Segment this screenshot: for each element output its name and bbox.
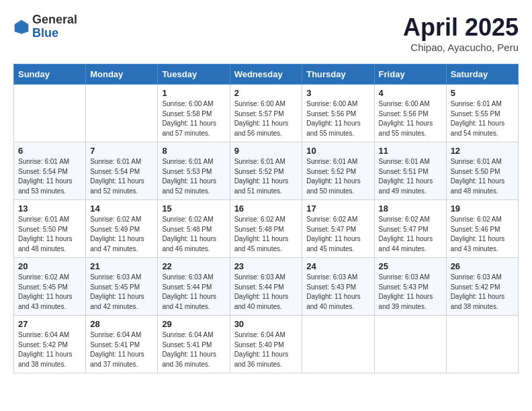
day-number: 22 xyxy=(162,261,225,271)
day-info: Sunrise: 6:00 AM Sunset: 5:56 PM Dayligh… xyxy=(306,99,369,138)
calendar-cell: 1Sunrise: 6:00 AM Sunset: 5:58 PM Daylig… xyxy=(158,85,230,142)
day-info: Sunrise: 6:00 AM Sunset: 5:58 PM Dayligh… xyxy=(162,99,225,138)
day-info: Sunrise: 6:01 AM Sunset: 5:54 PM Dayligh… xyxy=(18,157,81,196)
day-number: 23 xyxy=(234,261,298,271)
weekday-header-saturday: Saturday xyxy=(446,64,518,85)
weekday-header-sunday: Sunday xyxy=(14,64,86,85)
day-number: 17 xyxy=(306,203,369,214)
calendar-cell: 19Sunrise: 6:02 AM Sunset: 5:46 PM Dayli… xyxy=(446,200,518,258)
calendar-cell: 16Sunrise: 6:02 AM Sunset: 5:48 PM Dayli… xyxy=(230,200,302,258)
day-number: 28 xyxy=(90,319,153,329)
calendar-week-row: 20Sunrise: 6:02 AM Sunset: 5:45 PM Dayli… xyxy=(14,258,519,316)
day-number: 12 xyxy=(451,146,514,156)
day-info: Sunrise: 6:01 AM Sunset: 5:53 PM Dayligh… xyxy=(162,157,225,196)
calendar-cell: 22Sunrise: 6:03 AM Sunset: 5:44 PM Dayli… xyxy=(158,258,230,316)
day-info: Sunrise: 6:03 AM Sunset: 5:44 PM Dayligh… xyxy=(234,273,298,312)
day-info: Sunrise: 6:01 AM Sunset: 5:51 PM Dayligh… xyxy=(379,157,442,196)
calendar-cell: 4Sunrise: 6:00 AM Sunset: 5:56 PM Daylig… xyxy=(374,85,446,142)
day-info: Sunrise: 6:01 AM Sunset: 5:54 PM Dayligh… xyxy=(90,157,153,196)
calendar-cell xyxy=(302,316,374,373)
calendar-cell: 7Sunrise: 6:01 AM Sunset: 5:54 PM Daylig… xyxy=(86,142,158,200)
calendar-cell: 15Sunrise: 6:02 AM Sunset: 5:48 PM Dayli… xyxy=(158,200,230,258)
day-number: 7 xyxy=(90,146,153,156)
day-number: 3 xyxy=(306,88,369,98)
weekday-header-thursday: Thursday xyxy=(302,64,374,85)
day-info: Sunrise: 6:02 AM Sunset: 5:49 PM Dayligh… xyxy=(90,215,153,254)
title-area: April 2025 Chipao, Ayacucho, Peru xyxy=(403,13,519,53)
calendar-cell: 17Sunrise: 6:02 AM Sunset: 5:47 PM Dayli… xyxy=(302,200,374,258)
day-number: 19 xyxy=(451,203,514,214)
day-number: 8 xyxy=(162,146,225,156)
day-info: Sunrise: 6:03 AM Sunset: 5:45 PM Dayligh… xyxy=(90,273,153,312)
day-info: Sunrise: 6:03 AM Sunset: 5:44 PM Dayligh… xyxy=(162,273,225,312)
day-number: 5 xyxy=(451,88,514,98)
calendar-cell: 27Sunrise: 6:04 AM Sunset: 5:42 PM Dayli… xyxy=(14,316,86,373)
day-number: 20 xyxy=(18,261,81,271)
calendar-cell: 30Sunrise: 6:04 AM Sunset: 5:40 PM Dayli… xyxy=(230,316,302,373)
day-info: Sunrise: 6:00 AM Sunset: 5:56 PM Dayligh… xyxy=(379,99,442,138)
day-info: Sunrise: 6:02 AM Sunset: 5:48 PM Dayligh… xyxy=(234,215,298,254)
calendar-cell: 23Sunrise: 6:03 AM Sunset: 5:44 PM Dayli… xyxy=(230,258,302,316)
calendar-cell: 14Sunrise: 6:02 AM Sunset: 5:49 PM Dayli… xyxy=(86,200,158,258)
calendar-cell: 11Sunrise: 6:01 AM Sunset: 5:51 PM Dayli… xyxy=(374,142,446,200)
day-info: Sunrise: 6:02 AM Sunset: 5:47 PM Dayligh… xyxy=(379,215,442,254)
header: General Blue April 2025 Chipao, Ayacucho… xyxy=(13,13,519,53)
day-info: Sunrise: 6:04 AM Sunset: 5:41 PM Dayligh… xyxy=(90,330,153,369)
location-subtitle: Chipao, Ayacucho, Peru xyxy=(403,42,519,53)
day-number: 25 xyxy=(379,261,442,271)
calendar-week-row: 27Sunrise: 6:04 AM Sunset: 5:42 PM Dayli… xyxy=(14,316,519,373)
calendar-cell xyxy=(374,316,446,373)
day-number: 14 xyxy=(90,203,153,214)
calendar-cell: 24Sunrise: 6:03 AM Sunset: 5:43 PM Dayli… xyxy=(302,258,374,316)
calendar-week-row: 6Sunrise: 6:01 AM Sunset: 5:54 PM Daylig… xyxy=(14,142,519,200)
weekday-header-friday: Friday xyxy=(374,64,446,85)
calendar-cell: 18Sunrise: 6:02 AM Sunset: 5:47 PM Dayli… xyxy=(374,200,446,258)
day-info: Sunrise: 6:01 AM Sunset: 5:50 PM Dayligh… xyxy=(451,157,514,196)
calendar-cell: 5Sunrise: 6:01 AM Sunset: 5:55 PM Daylig… xyxy=(446,85,518,142)
logo: General Blue xyxy=(13,13,77,40)
day-info: Sunrise: 6:04 AM Sunset: 5:42 PM Dayligh… xyxy=(18,330,81,369)
day-info: Sunrise: 6:02 AM Sunset: 5:47 PM Dayligh… xyxy=(306,215,369,254)
day-number: 4 xyxy=(379,88,442,98)
day-info: Sunrise: 6:00 AM Sunset: 5:57 PM Dayligh… xyxy=(234,99,298,138)
day-info: Sunrise: 6:01 AM Sunset: 5:55 PM Dayligh… xyxy=(451,99,514,138)
day-number: 27 xyxy=(18,319,81,329)
calendar-week-row: 13Sunrise: 6:01 AM Sunset: 5:50 PM Dayli… xyxy=(14,200,519,258)
day-number: 16 xyxy=(234,203,298,214)
logo-general-text: General xyxy=(32,13,77,27)
calendar-cell: 28Sunrise: 6:04 AM Sunset: 5:41 PM Dayli… xyxy=(86,316,158,373)
calendar-cell: 29Sunrise: 6:04 AM Sunset: 5:41 PM Dayli… xyxy=(158,316,230,373)
calendar-cell xyxy=(446,316,518,373)
calendar-cell: 10Sunrise: 6:01 AM Sunset: 5:52 PM Dayli… xyxy=(302,142,374,200)
day-number: 1 xyxy=(162,88,225,98)
day-info: Sunrise: 6:03 AM Sunset: 5:43 PM Dayligh… xyxy=(379,273,442,312)
calendar-cell: 2Sunrise: 6:00 AM Sunset: 5:57 PM Daylig… xyxy=(230,85,302,142)
day-number: 13 xyxy=(18,203,81,214)
logo-text: General Blue xyxy=(32,13,77,40)
day-number: 11 xyxy=(379,146,442,156)
day-info: Sunrise: 6:04 AM Sunset: 5:41 PM Dayligh… xyxy=(162,330,225,369)
calendar-cell: 13Sunrise: 6:01 AM Sunset: 5:50 PM Dayli… xyxy=(14,200,86,258)
day-info: Sunrise: 6:01 AM Sunset: 5:52 PM Dayligh… xyxy=(234,157,298,196)
day-number: 6 xyxy=(18,146,81,156)
weekday-header-monday: Monday xyxy=(86,64,158,85)
day-number: 2 xyxy=(234,88,298,98)
logo-blue-text: Blue xyxy=(32,27,77,40)
weekday-header-row: SundayMondayTuesdayWednesdayThursdayFrid… xyxy=(14,64,519,85)
day-number: 30 xyxy=(234,319,298,329)
day-info: Sunrise: 6:01 AM Sunset: 5:50 PM Dayligh… xyxy=(18,215,81,254)
calendar-cell xyxy=(86,85,158,142)
day-number: 10 xyxy=(306,146,369,156)
calendar-cell: 25Sunrise: 6:03 AM Sunset: 5:43 PM Dayli… xyxy=(374,258,446,316)
day-number: 15 xyxy=(162,203,225,214)
calendar-cell xyxy=(14,85,86,142)
calendar-cell: 21Sunrise: 6:03 AM Sunset: 5:45 PM Dayli… xyxy=(86,258,158,316)
day-number: 24 xyxy=(306,261,369,271)
day-info: Sunrise: 6:01 AM Sunset: 5:52 PM Dayligh… xyxy=(306,157,369,196)
day-number: 29 xyxy=(162,319,225,329)
calendar-cell: 12Sunrise: 6:01 AM Sunset: 5:50 PM Dayli… xyxy=(446,142,518,200)
day-number: 21 xyxy=(90,261,153,271)
calendar-cell: 20Sunrise: 6:02 AM Sunset: 5:45 PM Dayli… xyxy=(14,258,86,316)
day-info: Sunrise: 6:03 AM Sunset: 5:42 PM Dayligh… xyxy=(451,273,514,312)
weekday-header-tuesday: Tuesday xyxy=(158,64,230,85)
